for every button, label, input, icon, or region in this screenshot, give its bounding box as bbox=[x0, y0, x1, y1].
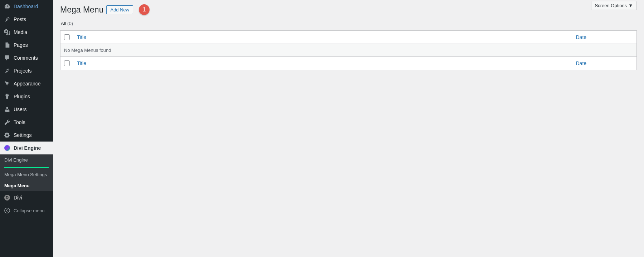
tools-icon bbox=[4, 119, 11, 126]
sidebar-item-label: Divi Engine bbox=[14, 145, 41, 151]
collapse-label: Collapse menu bbox=[14, 208, 45, 213]
sidebar-item-label: Posts bbox=[14, 16, 26, 22]
collapse-icon bbox=[4, 207, 11, 214]
submenu-item-mega-menu-settings[interactable]: Mega Menu Settings bbox=[0, 169, 53, 180]
filter-all-count: (0) bbox=[67, 21, 73, 26]
comments-icon bbox=[4, 54, 11, 61]
sidebar-item-media[interactable]: Media bbox=[0, 26, 53, 39]
select-all-checkbox[interactable] bbox=[64, 34, 70, 40]
filter-all-label: All bbox=[61, 21, 66, 26]
posts-table: Title Date No Mega Menus found Title Dat… bbox=[60, 30, 637, 70]
sidebar-item-settings[interactable]: Settings bbox=[0, 129, 53, 142]
sidebar-item-dashboard[interactable]: Dashboard bbox=[0, 0, 53, 13]
step-badge: 1 bbox=[139, 4, 150, 15]
sidebar-item-label: Media bbox=[14, 29, 27, 35]
settings-icon bbox=[4, 132, 11, 139]
admin-sidebar: Dashboard Posts Media Pages Comments Pro… bbox=[0, 0, 53, 257]
submenu-item-mega-menu[interactable]: Mega Menu bbox=[0, 180, 53, 191]
sidebar-item-label: Projects bbox=[14, 68, 32, 74]
sidebar-item-projects[interactable]: Projects bbox=[0, 64, 53, 77]
column-title-footer[interactable]: Title bbox=[77, 60, 86, 66]
add-new-button[interactable]: Add New bbox=[106, 5, 133, 14]
appearance-icon bbox=[4, 80, 11, 87]
sidebar-item-plugins[interactable]: Plugins bbox=[0, 90, 53, 103]
pin-icon bbox=[4, 67, 11, 74]
sidebar-item-label: Comments bbox=[14, 55, 38, 61]
divi-icon: D bbox=[4, 194, 11, 201]
sidebar-item-label: Users bbox=[14, 107, 27, 112]
sidebar-item-label: Dashboard bbox=[14, 4, 38, 9]
submenu-divider bbox=[4, 167, 49, 168]
submenu-divi-engine: Divi Engine Mega Menu Settings Mega Menu bbox=[0, 154, 53, 191]
filter-all[interactable]: All (0) bbox=[61, 21, 73, 26]
sidebar-item-divi[interactable]: D Divi bbox=[0, 191, 53, 204]
dashboard-icon bbox=[4, 3, 11, 10]
screen-options-label: Screen Options bbox=[595, 3, 627, 8]
main-content: Screen Options ▼ Mega Menu Add New 1 All… bbox=[53, 0, 644, 257]
submenu-item-divi-engine[interactable]: Divi Engine bbox=[0, 154, 53, 165]
sidebar-item-appearance[interactable]: Appearance bbox=[0, 77, 53, 90]
media-icon bbox=[4, 29, 11, 36]
sidebar-item-label: Plugins bbox=[14, 94, 30, 99]
sidebar-item-label: Divi bbox=[14, 195, 22, 201]
sidebar-item-label: Appearance bbox=[14, 81, 41, 87]
sidebar-item-label: Pages bbox=[14, 42, 28, 48]
pin-icon bbox=[4, 16, 11, 23]
page-header: Mega Menu Add New 1 bbox=[60, 0, 637, 21]
screen-options-button[interactable]: Screen Options ▼ bbox=[591, 1, 637, 10]
pages-icon bbox=[4, 41, 11, 49]
column-title-header[interactable]: Title bbox=[77, 34, 86, 40]
sidebar-item-label: Tools bbox=[14, 119, 25, 125]
sidebar-item-users[interactable]: Users bbox=[0, 103, 53, 116]
page-title: Mega Menu bbox=[60, 5, 103, 15]
sidebar-item-comments[interactable]: Comments bbox=[0, 51, 53, 64]
filter-row: All (0) bbox=[60, 21, 637, 30]
column-date-header[interactable]: Date bbox=[576, 34, 587, 40]
chevron-down-icon: ▼ bbox=[628, 3, 633, 8]
select-all-checkbox-bottom[interactable] bbox=[64, 60, 70, 66]
collapse-menu[interactable]: Collapse menu bbox=[0, 204, 53, 217]
table-row: No Mega Menus found bbox=[60, 44, 637, 57]
svg-point-0 bbox=[5, 208, 10, 213]
divi-engine-icon bbox=[4, 144, 11, 152]
users-icon bbox=[4, 106, 11, 113]
sidebar-item-divi-engine[interactable]: Divi Engine bbox=[0, 142, 53, 154]
empty-message: No Mega Menus found bbox=[60, 44, 637, 57]
sidebar-item-tools[interactable]: Tools bbox=[0, 116, 53, 129]
sidebar-item-pages[interactable]: Pages bbox=[0, 39, 53, 51]
plugins-icon bbox=[4, 93, 11, 100]
column-date-footer[interactable]: Date bbox=[576, 60, 587, 66]
sidebar-item-label: Settings bbox=[14, 132, 32, 138]
sidebar-item-posts[interactable]: Posts bbox=[0, 13, 53, 26]
